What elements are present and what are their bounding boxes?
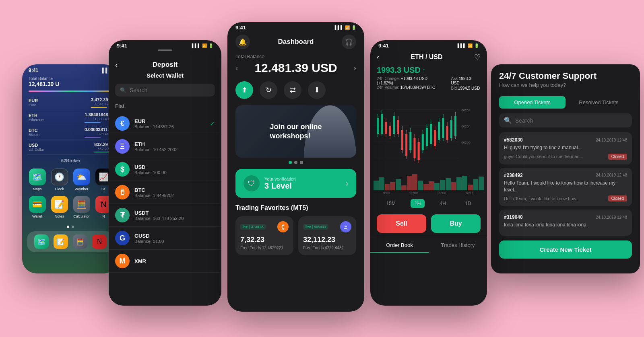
tab-trades-history[interactable]: Trades History <box>429 238 487 253</box>
timeframe-1d[interactable]: 1D <box>461 199 475 208</box>
wallet-item-eth[interactable]: Ξ ETH Balance: 10 452.2002 <box>109 135 221 158</box>
deposit-header: ‹ Deposit <box>109 56 221 72</box>
verification-info: 🛡 Your verification 3 Level <box>244 175 296 191</box>
wallet-name-eth: ETH <box>134 141 215 147</box>
banner-dots <box>235 161 356 164</box>
ask-label: Ask 1993.3 USD <box>451 76 481 85</box>
next-arrow[interactable]: › <box>354 64 356 72</box>
wallet-name-gusd: GUSD <box>134 233 215 239</box>
change-label: 24h Change: +1083.48 USD (+1.82%) <box>377 76 445 85</box>
phone-dashboard: 9:41 ▌▌▌ 📶 🔋 🔔 Dashboard 🎧 Total Balance… <box>227 22 364 312</box>
clock-icon: 🕐 <box>51 168 68 185</box>
banner-dot-3 <box>300 161 303 164</box>
promo-banner[interactable]: Join our onlineworkshops! <box>235 105 356 158</box>
download-button[interactable]: ⬇ <box>308 81 326 99</box>
dashboard-title: Dashboard <box>278 38 314 46</box>
create-ticket-button[interactable]: Create New Ticket <box>499 240 632 259</box>
home-balance-label: Total Balance <box>29 76 112 81</box>
wifi-icon: 📶 <box>202 43 207 48</box>
app-label-news: N <box>102 214 105 218</box>
app-icon-clock[interactable]: 🕐 Clock <box>51 168 68 191</box>
wallet-icon: 💳 <box>29 196 46 213</box>
time-label-4: 18:00 <box>465 191 475 195</box>
refresh-button[interactable]: ↻ <box>260 81 277 99</box>
ticket-item-582030[interactable]: #582030 24.10.2019 12:48 Hi guys! I'm tr… <box>499 132 632 164</box>
volume-val: 164.48394394 BTC <box>400 85 435 90</box>
tab-resolved-tickets[interactable]: Resolved Tickets <box>566 96 632 109</box>
support-search-bar[interactable]: 🔍 Search <box>499 113 632 127</box>
dock-calc[interactable]: 🧮 <box>73 234 87 249</box>
headphone-button[interactable]: 🎧 <box>342 35 356 49</box>
list-item: BTCBitcoin 0.00003811 B923.41 U <box>27 125 114 140</box>
timeframe-1h[interactable]: 1H <box>411 199 425 208</box>
home-wallet-list: EUREuro 3,472.39 E4,641.47 U ETHEthereum… <box>22 94 119 156</box>
tab-order-book[interactable]: Order Book <box>370 238 429 253</box>
ticket-msg-1: Hi guys! I'm trying to find a manual... <box>504 144 627 151</box>
wallet-item-xmr[interactable]: M XMR <box>109 250 221 273</box>
home-balance-bar <box>29 90 112 92</box>
dot-1 <box>67 226 69 228</box>
verification-card[interactable]: 🛡 Your verification 3 Level › <box>235 169 356 198</box>
phone-deposit: 9:41 ▌▌▌ 📶 🔋 ‹ Deposit Select Wallet 🔍 F… <box>109 40 221 306</box>
candlestick-chart: 60202 60204 60206 <box>374 94 484 174</box>
notes-icon: 📝 <box>51 196 68 213</box>
eth-trend-arrow: ↑ <box>422 67 425 74</box>
tab-opened-tickets[interactable]: Opened Tickets <box>499 96 566 109</box>
chart-favorite-button[interactable]: ♡ <box>474 53 481 62</box>
wallet-item-gusd[interactable]: G GUSD Balance: 01.00 <box>109 227 221 250</box>
xmr-icon: M <box>115 254 130 268</box>
banner-text: Join our onlineworkshops! <box>262 122 330 141</box>
prev-arrow[interactable]: ‹ <box>235 64 238 72</box>
dock-notes[interactable]: 📝 <box>54 234 68 249</box>
eth-amount: 32,112.23 <box>303 236 351 244</box>
wallet-item-btc[interactable]: ₿ BTC Balance: 1.8499202 <box>109 181 221 204</box>
home-dock: 🗺️ 📝 🧮 N <box>27 231 114 252</box>
app-icon-maps[interactable]: 🗺️ Maps <box>29 168 46 191</box>
ticket-id-2: #238492 <box>504 173 523 178</box>
chart-header: ‹ ETH / USD ♡ <box>370 49 487 64</box>
phone-support: 24/7 Customer Support How can we help yo… <box>491 64 640 273</box>
change-val: +1083.48 USD (+1.82%) <box>377 76 427 85</box>
wallet-item-usd[interactable]: $ USD Balance: 100.00 <box>109 158 221 181</box>
wallet-search-bar[interactable]: 🔍 <box>115 84 215 97</box>
wallet-name-xmr: XMR <box>134 258 215 264</box>
dock-news[interactable]: N <box>92 234 107 249</box>
wallet-item-eur[interactable]: € EUR Balance: 114352.26 ✓ <box>109 112 221 135</box>
transfer-button[interactable]: ⇄ <box>284 81 301 99</box>
phone-chart: 9:41 ▌▌▌ 📶 🔋 ‹ ETH / USD ♡ 1993.3 USD ↑ … <box>370 40 487 306</box>
bid-label: Bid 1994.5 USD <box>451 86 481 90</box>
ticket-id-3: #319040 <box>504 214 523 220</box>
buy-button[interactable]: Buy <box>431 214 481 233</box>
wallet-item-usdt[interactable]: ₮ USDT Balance: 163 478 252.20 <box>109 204 221 227</box>
notification-button[interactable]: 🔔 <box>235 35 250 49</box>
dock-maps[interactable]: 🗺️ <box>34 234 49 249</box>
trading-card-eth[interactable]: live | 565433 Ξ 32,112.23 Free Funds 422… <box>298 216 356 255</box>
home-status-bar: 9:41 ▌▌▌ <box>22 64 119 73</box>
btc-funds: Free Funds 12.4829221 <box>240 246 289 250</box>
timeframe-4h[interactable]: 4H <box>436 199 450 208</box>
back-button[interactable]: ‹ <box>115 61 118 69</box>
ticket-item-319040[interactable]: #319040 24.10.2019 12:48 lona lona lona … <box>499 210 632 236</box>
app-icon-notes[interactable]: 📝 Notes <box>51 196 68 218</box>
ticket-id-1: #582030 <box>504 137 523 143</box>
trading-card-btc[interactable]: live | 373812 ₿ 7,32.23 Free Funds 12.48… <box>235 216 293 255</box>
verification-label: Your verification <box>264 177 296 181</box>
app-icon-wallet[interactable]: 💳 Wallet <box>29 196 46 218</box>
dashboard-status-bar: 9:41 ▌▌▌ 📶 🔋 <box>227 22 364 31</box>
btc-amount: 7,32.23 <box>240 236 289 244</box>
eth-coin-icon: Ξ <box>340 221 351 232</box>
timeframe-bar: 15M 1H 4H 1D <box>370 196 487 211</box>
sell-button[interactable]: Sell <box>377 214 426 233</box>
fiat-section-label: Fiat <box>109 103 221 112</box>
timeframe-15m[interactable]: 15M <box>382 199 400 208</box>
app-icon-weather[interactable]: ⛅ Weather <box>73 168 90 191</box>
app-label-weather: Weather <box>75 187 89 191</box>
app-icon-calculator[interactable]: 🧮 Calculator <box>73 196 90 218</box>
home-time: 9:41 <box>29 68 38 73</box>
ticket-item-238492[interactable]: #238492 24.10.2019 12:48 Hello Team, I w… <box>499 168 632 207</box>
wallet-search-input[interactable] <box>130 87 210 93</box>
time-label-1: 9:00 <box>383 191 390 195</box>
send-button[interactable]: ⬆ <box>235 81 253 99</box>
wallet-name-usd: USD <box>134 164 215 170</box>
btc-icon: ₿ <box>115 185 130 199</box>
